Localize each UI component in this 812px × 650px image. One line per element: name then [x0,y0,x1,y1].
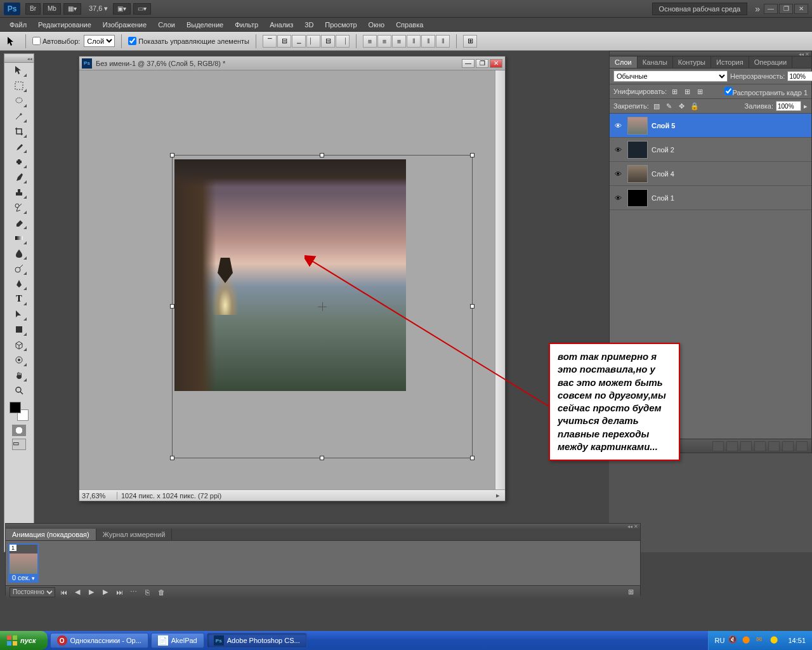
blend-mode-dropdown[interactable]: Обычные [613,70,728,82]
visibility-icon[interactable]: 👁 [612,120,624,131]
fill-arrow-icon[interactable]: ▸ [804,102,808,110]
menu-layers[interactable]: Слои [152,19,181,30]
distribute-right-icon[interactable]: ⦀ [436,35,450,48]
align-top-icon[interactable]: ⎺ [263,35,277,48]
first-frame-icon[interactable]: ⏮ [58,588,69,597]
align-right-icon[interactable]: ⎹ [336,35,350,48]
menu-file[interactable]: Файл [4,19,32,30]
eraser-tool[interactable] [11,216,27,230]
workspace-selector[interactable]: Основная рабочая среда [652,3,748,15]
vertical-scrollbar[interactable] [495,70,505,489]
animation-frame[interactable]: 1 0 сек. ▾ [8,543,39,583]
history-brush-tool[interactable] [11,201,27,215]
adjustment-layer-icon[interactable] [754,441,766,451]
layer-name[interactable]: Слой 1 [652,194,809,202]
loop-dropdown[interactable]: Постоянно [10,587,55,597]
distribute-top-icon[interactable]: ≡ [363,35,377,48]
start-button[interactable]: пуск [0,631,48,650]
tab-channels[interactable]: Каналы [638,56,673,68]
unify-visibility-icon[interactable]: ⊞ [682,86,692,96]
gradient-tool[interactable] [11,231,27,245]
doc-maximize-button[interactable]: ❐ [476,59,488,68]
layer-item[interactable]: 👁 Слой 2 [610,138,811,162]
color-swatches[interactable] [10,402,29,421]
crop-tool[interactable] [11,124,27,138]
layer-fx-icon[interactable] [726,441,738,451]
propagate-checkbox[interactable]: Распространить кадр 1 [724,87,808,96]
fill-field[interactable] [776,101,801,111]
expand-workspaces-icon[interactable]: » [751,4,764,14]
bridge-button[interactable]: Br [25,3,41,15]
eyedropper-tool[interactable] [11,140,27,154]
timeline-mode-icon[interactable]: ⊞ [625,588,636,597]
distribute-left-icon[interactable]: ⦀ [407,35,421,48]
show-controls-checkbox[interactable]: Показать управляющие элементы [128,37,249,45]
tab-history[interactable]: История [711,56,749,68]
tab-animation[interactable]: Анимация (покадровая) [6,529,96,540]
layer-thumbnail[interactable] [627,117,648,135]
quickmask-button[interactable] [12,425,26,436]
status-zoom[interactable]: 37,63% [79,492,117,500]
taskbar-item[interactable]: OОдноклассники - Op... [50,633,148,648]
transform-handle-br[interactable] [470,456,475,460]
type-tool[interactable]: T [11,292,27,306]
tab-layers[interactable]: Слои [610,56,638,68]
tray-icon[interactable]: ✉ [756,635,766,646]
transform-handle-ml[interactable] [170,304,174,308]
unify-position-icon[interactable]: ⊞ [669,86,679,96]
taskbar-item[interactable]: PsAdobe Photoshop CS... [207,633,307,648]
layer-thumbnail[interactable] [627,165,648,183]
next-frame-icon[interactable]: ▶ [100,588,111,597]
doc-minimize-button[interactable]: — [462,59,475,68]
brush-tool[interactable] [11,170,27,184]
tray-icon[interactable]: ⬤ [770,635,780,646]
menu-image[interactable]: Изображение [97,19,152,30]
minimize-button[interactable]: — [764,4,778,14]
transform-handle-tl[interactable] [170,153,174,157]
menu-analysis[interactable]: Анализ [264,19,299,30]
tray-icon[interactable]: ⬤ [742,635,752,646]
visibility-icon[interactable]: 👁 [612,168,624,180]
transform-handle-bl[interactable] [170,456,174,460]
align-left-icon[interactable]: ⎸ [306,35,320,48]
new-layer-icon[interactable] [782,441,794,451]
delete-frame-icon[interactable]: 🗑 [155,588,167,597]
status-arrow-icon[interactable]: ▸ [496,491,505,500]
status-info[interactable]: 1024 пикс. x 1024 пикс. (72 ppi) [117,492,496,500]
prev-frame-icon[interactable]: ◀ [72,588,83,597]
document-titlebar[interactable]: Ps Без имени-1 @ 37,6% (Слой 5, RGB/8) *… [79,56,505,70]
tray-icon[interactable]: 🔇 [728,635,738,646]
layer-item[interactable]: 👁 Слой 4 [610,162,811,186]
clock[interactable]: 14:51 [788,637,806,644]
link-layers-icon[interactable] [712,441,724,451]
delete-layer-icon[interactable] [796,441,808,451]
layer-name[interactable]: Слой 5 [652,122,809,129]
lock-transparency-icon[interactable]: ▧ [652,101,662,111]
zoom-tool[interactable] [11,383,27,397]
layer-mask-icon[interactable] [740,441,752,451]
current-tool-icon[interactable] [4,34,19,48]
distribute-vcenter-icon[interactable]: ≡ [377,35,391,48]
language-indicator[interactable]: RU [715,637,725,644]
transform-handle-tc[interactable] [320,153,324,157]
distribute-bottom-icon[interactable]: ≡ [392,35,406,48]
marquee-tool[interactable] [11,79,27,93]
tab-actions[interactable]: Операции [749,56,792,68]
visibility-icon[interactable]: 👁 [612,144,624,156]
layer-group-icon[interactable] [768,441,780,451]
duplicate-frame-icon[interactable]: ⎘ [141,588,153,597]
move-tool[interactable] [11,63,27,77]
taskbar-item[interactable]: 📄AkelPad [151,633,204,648]
play-icon[interactable]: ▶ [86,588,97,597]
lasso-tool[interactable] [11,94,27,108]
menu-filter[interactable]: Фильтр [229,19,264,30]
opacity-field[interactable] [787,71,812,81]
maximize-button[interactable]: ❐ [779,4,793,14]
tab-paths[interactable]: Контуры [673,56,711,68]
distribute-hcenter-icon[interactable]: ⦀ [421,35,435,48]
autoselect-checkbox[interactable]: Автовыбор: [32,37,80,45]
menu-window[interactable]: Окно [363,19,391,30]
zoom-value[interactable]: 37,6 ▾ [89,4,108,13]
layer-thumbnail[interactable] [627,189,648,207]
transform-handle-bc[interactable] [320,456,324,460]
